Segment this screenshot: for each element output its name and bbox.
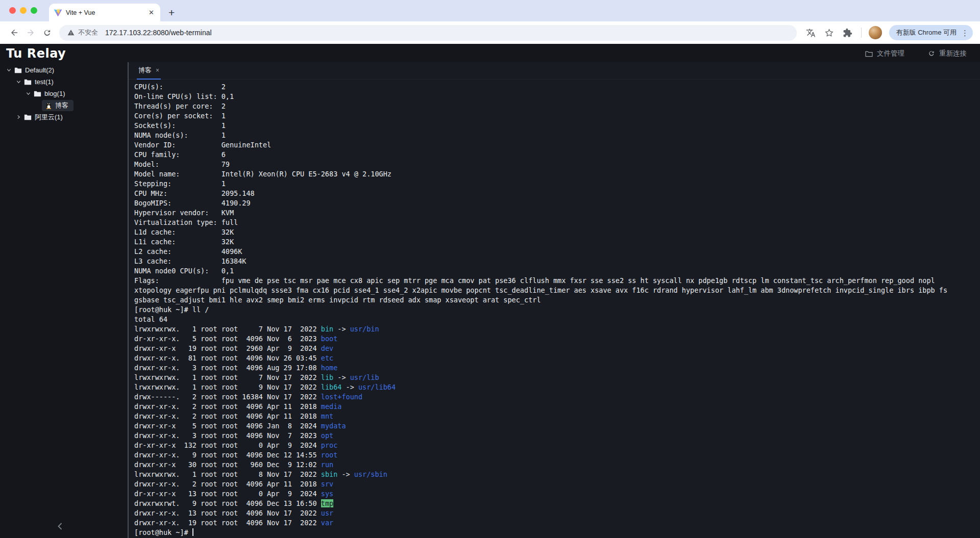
url-text[interactable]: 172.17.103.22:8080/web-terminal bbox=[105, 29, 212, 37]
new-tab-button[interactable]: + bbox=[168, 7, 175, 18]
browser-toolbar: 不安全 172.17.103.22:8080/web-terminal 有新版 … bbox=[0, 21, 980, 44]
terminal-line: drwxr-xr-x 19 root root 2960 Apr 9 2024 … bbox=[134, 344, 980, 353]
terminal-text-blue: srv bbox=[321, 480, 333, 488]
chrome-update-button[interactable]: 有新版 Chrome 可用 ⋮ bbox=[889, 25, 973, 40]
browser-menu-icon[interactable]: ⋮ bbox=[961, 29, 969, 37]
terminal-line: Vendor ID: GenuineIntel bbox=[134, 140, 980, 150]
terminal-line: L3 cache: 16384K bbox=[134, 257, 980, 266]
terminal-line: L1i cache: 32K bbox=[134, 237, 980, 247]
terminal-line: lrwxrwxrwx. 1 root root 9 Nov 17 2022 li… bbox=[134, 382, 980, 392]
tree-item-selected[interactable]: 博客 bbox=[42, 100, 74, 111]
forward-button[interactable] bbox=[23, 25, 38, 40]
terminal-tabbar: 博客 × bbox=[129, 62, 980, 80]
terminal-text-blue: usr/sbin bbox=[354, 470, 387, 478]
terminal-text-cyan: lib bbox=[321, 373, 333, 381]
file-manager-button[interactable]: 文件管理 bbox=[865, 49, 904, 58]
terminal-line: lrwxrwxrwx. 1 root root 7 Nov 17 2022 bi… bbox=[134, 324, 980, 334]
tree-item-label: 博客 bbox=[55, 101, 68, 110]
terminal-text-blue: opt bbox=[321, 431, 333, 440]
chevron-down-icon[interactable] bbox=[15, 80, 22, 84]
terminal-line: Thread(s) per core: 2 bbox=[134, 101, 980, 111]
app-header: Tu Relay 文件管理 重新连接 bbox=[0, 44, 980, 62]
app-logo: Tu Relay bbox=[6, 46, 66, 61]
terminal-text-blue: etc bbox=[321, 354, 333, 362]
terminal-line: drwxr-xr-x. 2 root root 4096 Apr 11 2018… bbox=[134, 479, 980, 489]
terminal-line: NUMA node0 CPU(s): 0,1 bbox=[134, 266, 980, 276]
terminal-text-blue: root bbox=[321, 451, 338, 459]
terminal-text-blue: mnt bbox=[321, 412, 333, 420]
tree-item-label: 阿里云(1) bbox=[35, 113, 63, 122]
sidebar: Default(2)test(1)blog(1)博客阿里云(1) bbox=[0, 62, 128, 538]
back-button[interactable] bbox=[7, 25, 21, 40]
reconnect-button[interactable]: 重新连接 bbox=[928, 49, 967, 58]
tab-close-icon[interactable]: ✕ bbox=[148, 8, 155, 17]
browser-tab[interactable]: Vite + Vue ✕ bbox=[49, 4, 160, 21]
chevron-down-icon[interactable] bbox=[5, 68, 13, 72]
terminal-text-blue: usr bbox=[321, 509, 333, 517]
terminal-text-cyan: sbin bbox=[321, 470, 338, 478]
terminal-line: drwx------. 2 root root 16384 Nov 17 202… bbox=[134, 392, 980, 402]
translate-icon[interactable] bbox=[804, 26, 818, 39]
terminal-line: drwxr-xr-x. 3 root root 4096 Aug 29 17:0… bbox=[134, 363, 980, 373]
bookmark-star-icon[interactable] bbox=[823, 26, 836, 39]
profile-avatar[interactable] bbox=[869, 26, 882, 39]
terminal-text-blue: home bbox=[321, 364, 338, 372]
extensions-icon[interactable] bbox=[841, 26, 854, 39]
maximize-window-button[interactable] bbox=[31, 7, 37, 14]
close-window-button[interactable] bbox=[9, 7, 16, 14]
terminal-line: Hypervisor vendor: KVM bbox=[134, 208, 980, 218]
address-bar[interactable]: 不安全 172.17.103.22:8080/web-terminal bbox=[59, 25, 797, 41]
tree-item-label: blog(1) bbox=[44, 90, 65, 97]
tree-item-阿里云1[interactable]: 阿里云(1) bbox=[0, 111, 128, 123]
terminal-line: [root@huk ~]# ll / bbox=[134, 305, 980, 315]
web-terminal-app: Tu Relay 文件管理 重新连接 Default(2)test(1)blog… bbox=[0, 44, 980, 538]
terminal-text-blue: dev bbox=[321, 344, 333, 352]
terminal-output[interactable]: CPU(s): 2On-line CPU(s) list: 0,1Thread(… bbox=[129, 80, 980, 538]
terminal-line: dr-xr-xr-x. 5 root root 4096 Nov 6 2023 … bbox=[134, 334, 980, 344]
security-chip[interactable]: 不安全 bbox=[67, 28, 98, 37]
minimize-window-button[interactable] bbox=[20, 7, 27, 14]
tree-item-label: test(1) bbox=[35, 78, 54, 86]
linux-host-icon bbox=[45, 101, 52, 109]
sidebar-tree: Default(2)test(1)blog(1)博客阿里云(1) bbox=[0, 64, 128, 123]
terminal-line: Stepping: 1 bbox=[134, 179, 980, 189]
terminal-line: On-line CPU(s) list: 0,1 bbox=[134, 92, 980, 101]
folder-icon bbox=[14, 67, 22, 73]
terminal-panel: 博客 × CPU(s): 2On-line CPU(s) list: 0,1Th… bbox=[129, 62, 980, 538]
tree-item-blog1[interactable]: blog(1) bbox=[0, 88, 128, 99]
terminal-text-blue: run bbox=[321, 460, 333, 469]
window-controls[interactable] bbox=[9, 7, 37, 14]
terminal-line: BogoMIPS: 4190.29 bbox=[134, 198, 980, 208]
terminal-line: total 64 bbox=[134, 315, 980, 324]
terminal-line: drwxr-xr-x. 9 root root 4096 Dec 12 14:5… bbox=[134, 450, 980, 460]
terminal-line: lrwxrwxrwx. 1 root root 8 Nov 17 2022 sb… bbox=[134, 470, 980, 479]
tab-title: Vite + Vue bbox=[66, 9, 148, 16]
terminal-tab-close-icon[interactable]: × bbox=[156, 67, 159, 73]
terminal-text-tmp: tmp bbox=[321, 499, 333, 507]
browser-tabstrip: Vite + Vue ✕ + bbox=[0, 0, 980, 21]
terminal-line: drwxr-xr-x. 13 root root 4096 Nov 17 202… bbox=[134, 508, 980, 518]
terminal-line: drwxr-xr-x. 3 root root 4096 Nov 7 2023 … bbox=[134, 431, 980, 441]
terminal-tab-active[interactable]: 博客 × bbox=[137, 66, 161, 80]
terminal-line: Flags: fpu vme de pse tsc msr pae mce cx… bbox=[134, 276, 980, 286]
toolbar-separator bbox=[861, 28, 862, 38]
tree-item-test1[interactable]: test(1) bbox=[0, 76, 128, 88]
tree-item-Default2[interactable]: Default(2) bbox=[0, 64, 128, 76]
folder-icon bbox=[24, 114, 32, 120]
sidebar-collapse-button[interactable] bbox=[57, 523, 63, 532]
terminal-line: drwxr-xr-x 5 root root 4096 Jan 8 2024 m… bbox=[134, 421, 980, 431]
terminal-line: gsbase tsc_adjust bmi1 hle avx2 smep bmi… bbox=[134, 295, 980, 305]
tree-item-博客[interactable]: 博客 bbox=[0, 99, 128, 111]
terminal-line: CPU family: 6 bbox=[134, 150, 980, 160]
chevron-down-icon[interactable] bbox=[24, 91, 32, 96]
terminal-line: CPU(s): 2 bbox=[134, 82, 980, 92]
terminal-text-blue: boot bbox=[321, 335, 338, 343]
terminal-tab-label: 博客 bbox=[138, 66, 152, 75]
terminal-line: drwxr-xr-x. 2 root root 4096 Apr 11 2018… bbox=[134, 402, 980, 412]
reload-button[interactable] bbox=[40, 25, 54, 40]
terminal-text-blue: usr/lib64 bbox=[358, 383, 396, 391]
terminal-line: Model name: Intel(R) Xeon(R) CPU E5-2683… bbox=[134, 169, 980, 179]
terminal-cursor bbox=[192, 528, 193, 536]
terminal-line: CPU MHz: 2095.148 bbox=[134, 189, 980, 198]
chevron-right-icon[interactable] bbox=[15, 115, 22, 119]
